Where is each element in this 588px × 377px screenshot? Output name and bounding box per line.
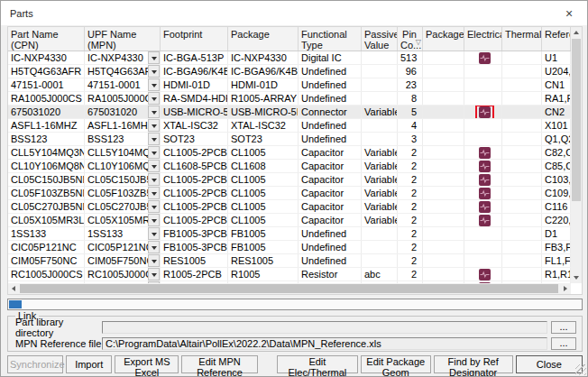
electrical-model-icon[interactable] bbox=[479, 201, 491, 213]
table-row[interactable]: 47151-000147151-0001HDMI-01DHDMI-01DUnde… bbox=[8, 78, 571, 92]
chevron-down-icon[interactable] bbox=[148, 78, 160, 91]
chevron-down-icon[interactable] bbox=[148, 160, 160, 172]
secondary-horizontal-scrollbar[interactable] bbox=[7, 299, 583, 310]
cell-mpn: CL05C270JB5NNWC bbox=[85, 200, 161, 213]
table-row[interactable]: RA1005J000CSRA1005J000CSRA-SMD4-HDHR1005… bbox=[8, 92, 571, 106]
electrical-model-icon[interactable] bbox=[479, 161, 491, 172]
resize-grip[interactable] bbox=[575, 364, 586, 375]
table-row[interactable]: ASFL1-16MHZASFL1-16MHZXTAL-ISC32XTAL-ISC… bbox=[8, 119, 571, 133]
horizontal-scrollbar[interactable] bbox=[8, 283, 571, 294]
chevron-down-icon[interactable] bbox=[148, 146, 160, 159]
chevron-down-icon[interactable] bbox=[148, 119, 160, 132]
horizontal-scroll-thumb[interactable] bbox=[20, 284, 558, 293]
chevron-down-icon[interactable] bbox=[148, 268, 160, 280]
cell-passive_value: Variable bbox=[362, 187, 398, 199]
chevron-down-icon[interactable] bbox=[148, 187, 160, 199]
table-row[interactable]: RC1005J000CSRC1005J000CSR1005-2PCBR1005R… bbox=[8, 268, 571, 281]
table-row[interactable]: IC-NXP4330IC-NXP4330IC-BGA-513PIC-NXP433… bbox=[8, 51, 571, 65]
scroll-down-icon[interactable] bbox=[571, 272, 582, 283]
cell-package: R1005 bbox=[228, 268, 299, 280]
column-header-thermal[interactable]: Thermal bbox=[502, 27, 542, 51]
table-row[interactable]: CL05C270JB5NNWCCL05C270JB5NNWCCL1005-2PC… bbox=[8, 200, 571, 214]
find-by-ref-designator-button[interactable]: Find by Ref Designator bbox=[434, 355, 513, 373]
table-row[interactable]: CIC05P121NCCIC05P121NCFB1005-3PCBFB1005U… bbox=[8, 241, 571, 254]
electrical-model-icon[interactable] bbox=[479, 174, 491, 186]
column-header-functional_type[interactable]: Functional Type bbox=[299, 27, 362, 51]
edit-package-geom-button[interactable]: Edit Package Geom bbox=[361, 355, 431, 373]
import-button[interactable]: Import bbox=[66, 355, 112, 373]
table-row[interactable]: CLL5Y104MQ3NLNCCLL5Y104MQ3NLNCCL1005-2PC… bbox=[8, 146, 571, 160]
cell-passive_value bbox=[362, 227, 398, 240]
table-row[interactable]: CL05X105MR3LNNHCL05X105MR3LNNHCL1005-2PC… bbox=[8, 214, 571, 227]
electrical-model-icon[interactable] bbox=[479, 188, 491, 199]
column-header-cpn[interactable]: Part Name (CPN) bbox=[8, 27, 85, 51]
part-library-directory-field[interactable] bbox=[102, 321, 547, 334]
column-header-package2[interactable]: Package bbox=[423, 27, 464, 51]
cell-functional_type: Capacitor bbox=[299, 160, 362, 172]
close-button[interactable]: Close bbox=[516, 355, 583, 373]
chevron-down-icon[interactable] bbox=[148, 254, 160, 267]
cell-electrical bbox=[464, 173, 502, 186]
cell-passive_value: Variable bbox=[362, 200, 398, 213]
table-row[interactable]: BSS123BSS123SOT23SOT23Undefined3Q1,Q2 bbox=[8, 133, 571, 146]
electrical-model-icon[interactable] bbox=[479, 269, 491, 280]
column-header-reference[interactable]: Reference bbox=[542, 27, 571, 51]
cell-cpn: CL10Y106MQ8NRNC bbox=[8, 160, 85, 172]
chevron-down-icon[interactable] bbox=[148, 92, 160, 105]
table-row[interactable]: H5TQ4G63AFRH5TQ4G63AFRIC-BGA96/K4B4G16IC… bbox=[8, 65, 571, 78]
chevron-down-icon[interactable] bbox=[148, 173, 160, 186]
mpn-reference-file-field[interactable]: C:\ProgramData\Altair\PollEx\2022.2\Data… bbox=[102, 337, 547, 350]
cell-footprint: CL1005-2PCB bbox=[161, 187, 228, 199]
column-header-pin_count[interactable]: Pin Co...▽ bbox=[398, 27, 423, 51]
chevron-down-icon[interactable] bbox=[148, 214, 160, 226]
browse-mpn-reference-button[interactable]: ... bbox=[551, 337, 576, 350]
table-row[interactable]: CL10Y106MQ8NRNCCL10Y106MQ8NRNCCL1608-5PC… bbox=[8, 160, 571, 173]
table-row[interactable]: CIM05F750NCCIM05F750NCRES1005RES1005Unde… bbox=[8, 254, 571, 268]
vertical-scrollbar[interactable] bbox=[571, 27, 582, 283]
chevron-down-icon[interactable] bbox=[148, 133, 160, 145]
cell-functional_type: Resistor bbox=[299, 268, 362, 280]
cell-functional_type: Undefined bbox=[299, 65, 362, 78]
edit-elec-thermal-prop-button[interactable]: Edit Elec/Thermal Prop bbox=[277, 355, 358, 373]
column-header-electrical[interactable]: Electrical bbox=[464, 27, 502, 51]
chevron-down-icon[interactable] bbox=[148, 106, 160, 118]
blue-scroll-thumb[interactable] bbox=[9, 300, 22, 308]
scroll-left-icon[interactable] bbox=[8, 283, 19, 294]
chevron-down-icon[interactable] bbox=[148, 51, 160, 64]
cell-passive_value: Variable bbox=[362, 173, 398, 186]
browse-part-library-button[interactable]: ... bbox=[551, 321, 576, 334]
column-header-label: UPF Name (MPN) bbox=[87, 29, 136, 51]
table-row[interactable]: 1SS1331SS133FB1005-3PCBFB1005Undefined2D… bbox=[8, 227, 571, 241]
scroll-up-icon[interactable] bbox=[571, 27, 582, 38]
electrical-model-icon[interactable] bbox=[479, 147, 491, 159]
filter-sort-icon[interactable]: ▽ bbox=[416, 37, 421, 48]
table-row[interactable]: CL05F103ZB5NNNCCL05F103ZB5NNNCCL1005-2PC… bbox=[8, 187, 571, 200]
column-header-passive_value[interactable]: Passive Value bbox=[362, 27, 398, 51]
synchronize-button[interactable]: Synchronize bbox=[7, 355, 63, 373]
cell-reference: FL1,FL2 bbox=[542, 254, 571, 267]
column-header-mpn[interactable]: UPF Name (MPN) bbox=[85, 27, 161, 51]
cell-package: IC-BGA96/K4B4G16 bbox=[228, 65, 299, 78]
column-header-footprint[interactable]: Footprint bbox=[161, 27, 228, 51]
scroll-right-icon[interactable] bbox=[560, 283, 571, 294]
table-row[interactable]: 675031020675031020USB-MICRO-5PUSB-MICRO-… bbox=[8, 106, 571, 119]
cell-reference: R1,R10, bbox=[542, 268, 571, 280]
chevron-down-icon[interactable] bbox=[148, 227, 160, 240]
chevron-down-icon[interactable] bbox=[148, 65, 160, 78]
export-ms-excel-button[interactable]: Export MS Excel bbox=[115, 355, 179, 373]
electrical-model-icon[interactable] bbox=[479, 106, 491, 118]
chevron-down-icon[interactable] bbox=[148, 241, 160, 253]
cell-mpn: IC-NXP4330 bbox=[85, 51, 161, 64]
cell-footprint: RA-SMD4-HDH bbox=[161, 92, 228, 105]
cell-cpn: 1SS133 bbox=[8, 227, 85, 240]
close-icon[interactable]: × bbox=[560, 6, 578, 21]
electrical-model-icon[interactable] bbox=[479, 52, 491, 64]
vertical-scroll-thumb[interactable] bbox=[572, 39, 581, 201]
electrical-model-icon[interactable] bbox=[479, 215, 491, 226]
cell-package2 bbox=[423, 268, 464, 280]
edit-mpn-reference-button[interactable]: Edit MPN Reference bbox=[181, 355, 258, 373]
table-row[interactable]: CL05C150JB5NNNDCL05C150JB5NNNDCL1005-2PC… bbox=[8, 173, 571, 187]
column-header-package[interactable]: Package bbox=[228, 27, 299, 51]
chevron-down-icon[interactable] bbox=[148, 200, 160, 213]
cell-reference: C220,C bbox=[542, 214, 571, 226]
